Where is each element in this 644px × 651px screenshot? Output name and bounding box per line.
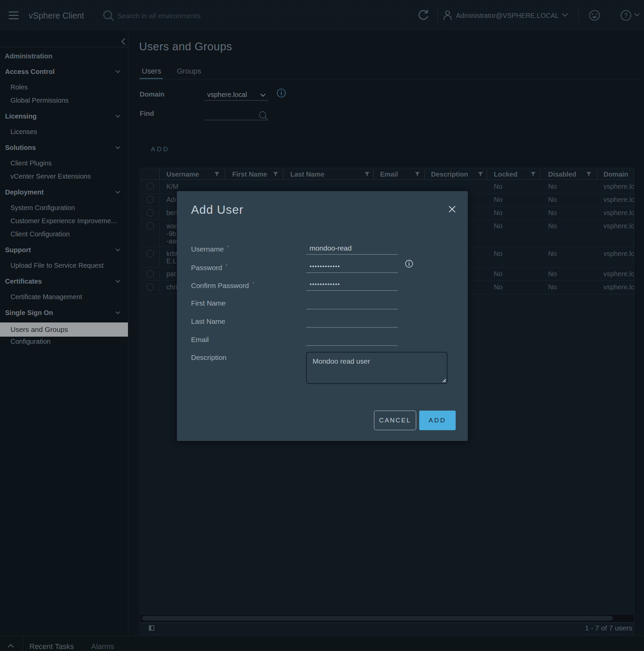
svg-text:?: ? <box>624 12 627 19</box>
